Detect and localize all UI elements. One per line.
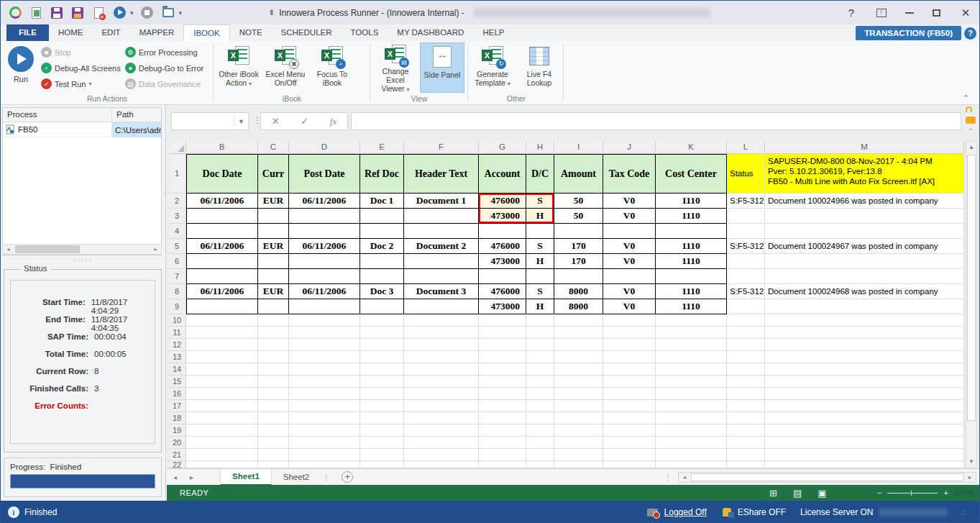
cell[interactable]: Header Text xyxy=(404,154,479,194)
cell[interactable]: EUR xyxy=(258,239,289,254)
context-help-icon[interactable]: ? xyxy=(964,27,976,40)
cell[interactable]: V0 xyxy=(603,239,656,254)
cell[interactable] xyxy=(727,376,765,388)
vertical-scrollbar[interactable]: ▲ ▼ xyxy=(966,141,977,468)
cell[interactable] xyxy=(360,424,404,437)
run-button[interactable]: Run xyxy=(5,42,37,91)
cell[interactable] xyxy=(656,400,727,412)
cell[interactable] xyxy=(360,351,404,363)
cell[interactable]: EUR xyxy=(258,194,289,209)
column-header-E[interactable]: E xyxy=(360,141,404,154)
cell[interactable] xyxy=(404,461,479,468)
cell[interactable] xyxy=(360,363,404,376)
cell[interactable] xyxy=(603,400,656,412)
tab-scheduler[interactable]: SCHEDULER xyxy=(272,24,342,41)
cell[interactable]: 06/11/2006 xyxy=(186,239,258,254)
cell[interactable]: S:F5-312 xyxy=(727,239,765,254)
debug-go-to-error-button[interactable]: ● Debug-Go to Error xyxy=(125,61,203,75)
cell[interactable]: S:F5-312 xyxy=(727,194,765,209)
cell[interactable] xyxy=(479,449,526,461)
cell[interactable]: D/C xyxy=(526,154,554,194)
row-header-11[interactable]: 11 xyxy=(168,327,186,339)
horizontal-scrollbar[interactable]: ◂ ▸ xyxy=(678,472,976,483)
column-header-I[interactable]: I xyxy=(554,141,603,154)
ribbon-display-icon[interactable] xyxy=(876,9,887,17)
row-header-10[interactable]: 10 xyxy=(168,314,186,327)
column-header-F[interactable]: F xyxy=(404,141,479,154)
cell[interactable] xyxy=(765,400,964,412)
cell[interactable] xyxy=(186,363,258,376)
cell[interactable] xyxy=(554,224,603,239)
cell[interactable] xyxy=(360,449,404,461)
cell[interactable] xyxy=(289,412,360,424)
new-window-icon[interactable] xyxy=(161,6,175,20)
cell[interactable] xyxy=(360,224,404,239)
cell[interactable] xyxy=(603,424,656,437)
cell[interactable]: Document 100024967 was posted in company xyxy=(765,239,964,254)
row-header-17[interactable]: 17 xyxy=(168,400,186,412)
cell[interactable] xyxy=(554,376,603,388)
tab-file[interactable]: FILE xyxy=(6,24,49,41)
cell[interactable] xyxy=(603,412,656,424)
cell[interactable]: Doc 2 xyxy=(360,239,404,254)
column-header-L[interactable]: L xyxy=(727,141,765,154)
cell[interactable] xyxy=(258,400,289,412)
cell[interactable] xyxy=(526,412,554,424)
cell[interactable] xyxy=(479,327,526,339)
cell[interactable]: 06/11/2006 xyxy=(186,194,258,209)
cell[interactable] xyxy=(360,461,404,468)
cell[interactable] xyxy=(727,299,765,314)
cell[interactable]: Document 1 xyxy=(404,194,479,209)
new-sheet-icon[interactable]: + xyxy=(342,471,353,483)
row-header-16[interactable]: 16 xyxy=(168,388,186,400)
cell[interactable]: Ref Doc xyxy=(360,154,404,194)
logged-off-link[interactable]: Logged Off xyxy=(664,507,707,517)
cell[interactable]: 1110 xyxy=(656,284,727,299)
process-column-header[interactable]: Process xyxy=(3,108,112,122)
cell[interactable] xyxy=(554,437,603,449)
cell[interactable] xyxy=(656,437,727,449)
cell[interactable] xyxy=(727,209,765,224)
cell[interactable] xyxy=(727,461,765,468)
close-icon[interactable]: ✕ xyxy=(959,6,972,19)
sheet-tab-sheet1[interactable]: Sheet1 xyxy=(220,469,272,486)
row-header-2[interactable]: 2 xyxy=(168,194,186,209)
cell[interactable]: 170 xyxy=(554,254,603,269)
cell[interactable] xyxy=(765,254,964,269)
cell[interactable] xyxy=(554,327,603,339)
cell[interactable] xyxy=(765,269,964,284)
cell[interactable] xyxy=(656,314,727,327)
row-header-15[interactable]: 15 xyxy=(168,376,186,388)
zoom-level[interactable]: 100% xyxy=(954,488,974,497)
cell[interactable] xyxy=(289,461,360,468)
cell[interactable] xyxy=(603,351,656,363)
cell[interactable] xyxy=(727,400,765,412)
cell[interactable]: EUR xyxy=(258,284,289,299)
cell[interactable] xyxy=(603,314,656,327)
row-header-1[interactable]: 1 xyxy=(168,154,186,194)
cell[interactable]: 06/11/2006 xyxy=(186,284,258,299)
cell[interactable]: Doc 1 xyxy=(360,194,404,209)
cell[interactable]: Doc 3 xyxy=(360,284,404,299)
cell[interactable]: 06/11/2006 xyxy=(289,194,360,209)
excel-menu-onoff-button[interactable]: X▣ Excel Menu On/Off xyxy=(263,42,308,93)
cell[interactable] xyxy=(526,437,554,449)
cell[interactable] xyxy=(479,224,526,239)
qat-customize-icon[interactable]: ⇟ xyxy=(268,8,275,17)
cell[interactable] xyxy=(526,224,554,239)
cell[interactable] xyxy=(289,224,360,239)
focus-to-ibook-button[interactable]: X⌕ Focus To iBook xyxy=(310,42,354,93)
cell[interactable] xyxy=(289,327,360,339)
cell[interactable] xyxy=(186,400,258,412)
cell[interactable] xyxy=(656,269,727,284)
cell[interactable] xyxy=(186,351,258,363)
cell[interactable] xyxy=(404,254,479,269)
cell[interactable] xyxy=(258,209,289,224)
cell[interactable]: Post Date xyxy=(289,154,360,194)
cell[interactable]: 476000 xyxy=(479,194,526,209)
cell[interactable] xyxy=(603,376,656,388)
cell[interactable] xyxy=(258,424,289,437)
cell[interactable]: Cost Center xyxy=(656,154,727,194)
row-header-4[interactable]: 4 xyxy=(168,224,186,239)
cell[interactable] xyxy=(404,424,479,437)
